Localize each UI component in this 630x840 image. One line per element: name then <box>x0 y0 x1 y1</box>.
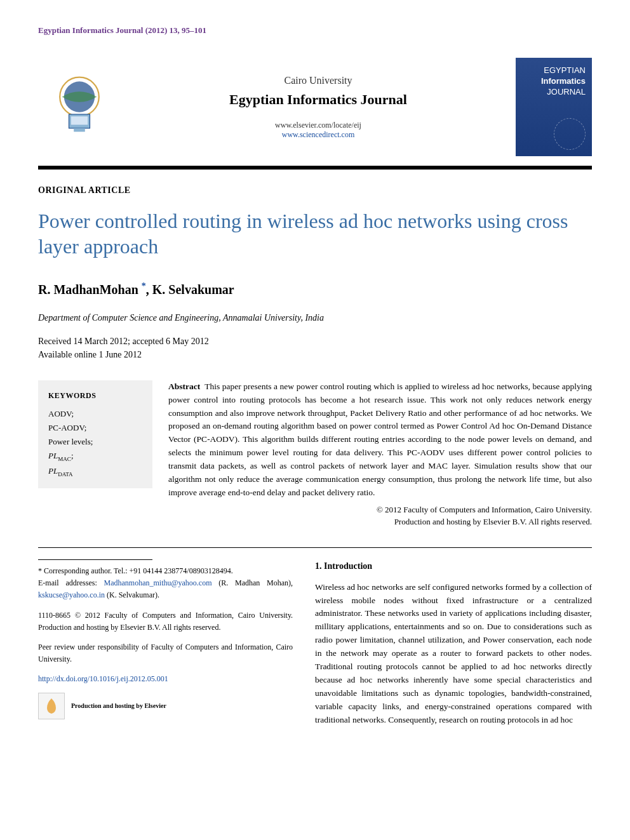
elsevier-locate-link[interactable]: www.elsevier.com/locate/eij <box>121 121 516 130</box>
author-1: R. MadhanMohan <box>38 283 138 297</box>
email-link-1[interactable]: Madhanmohan_mithu@yahoo.com <box>104 578 211 587</box>
email-link-2[interactable]: kskucse@yahoo.co.in <box>38 590 105 599</box>
authors: R. MadhanMohan *, K. Selvakumar <box>38 281 592 297</box>
keywords-title: KEYWORDS <box>48 389 142 402</box>
citation-header: Egyptian Informatics Journal (2012) 13, … <box>38 25 592 36</box>
keyword-item: PC-AODV; <box>48 421 142 435</box>
copyright: © 2012 Faculty of Computers and Informat… <box>168 503 592 528</box>
abstract-body: Abstract This paper presents a new power… <box>168 380 592 528</box>
university-logo <box>38 66 121 149</box>
article-title: Power controlled routing in wireless ad … <box>38 208 592 259</box>
cover-line1: EGYPTIAN <box>522 65 586 76</box>
section-divider <box>38 547 592 548</box>
article-type: ORIGINAL ARTICLE <box>38 185 592 196</box>
corresponding-author-footnote: * Corresponding author. Tel.: +91 04144 … <box>38 565 293 602</box>
cover-ornament <box>554 118 586 150</box>
journal-header: Cairo University Egyptian Informatics Jo… <box>121 75 516 140</box>
introduction-column: 1. Introduction Wireless ad hoc networks… <box>315 559 592 727</box>
keyword-item: PLMAC; <box>48 449 142 464</box>
journal-links: www.elsevier.com/locate/eij www.scienced… <box>121 121 516 140</box>
sciencedirect-link[interactable]: www.sciencedirect.com <box>121 130 516 140</box>
affiliation: Department of Computer Science and Engin… <box>38 313 592 323</box>
corresponding-mark: * <box>142 281 146 291</box>
cover-line3: JOURNAL <box>522 87 586 98</box>
abstract-label: Abstract <box>168 382 200 391</box>
keyword-item: PLDATA <box>48 464 142 479</box>
svg-rect-4 <box>74 128 85 132</box>
production-hosting: Production and hosting by Elsevier <box>38 693 293 719</box>
keyword-item: Power levels; <box>48 435 142 449</box>
issn-copyright: 1110-8665 © 2012 Faculty of Computers an… <box>38 610 293 634</box>
footnote-rule <box>38 559 152 560</box>
intro-heading: 1. Introduction <box>315 559 592 573</box>
peer-review-note: Peer review under responsibility of Facu… <box>38 641 293 665</box>
two-column-body: * Corresponding author. Tel.: +91 04144 … <box>38 559 592 727</box>
journal-name: Egyptian Informatics Journal <box>121 91 516 108</box>
abstract-section: KEYWORDS AODV; PC-AODV; Power levels; PL… <box>38 380 592 528</box>
elsevier-logo-icon <box>38 693 65 719</box>
keyword-item: AODV; <box>48 407 142 421</box>
journal-cover: EGYPTIAN Informatics JOURNAL <box>516 58 592 156</box>
keywords-box: KEYWORDS AODV; PC-AODV; Power levels; PL… <box>38 380 152 489</box>
dates-received-accepted: Received 14 March 2012; accepted 6 May 2… <box>38 335 592 348</box>
doi-link[interactable]: http://dx.doi.org/10.1016/j.eij.2012.05.… <box>38 674 168 683</box>
article-dates: Received 14 March 2012; accepted 6 May 2… <box>38 335 592 361</box>
production-hosting-text: Production and hosting by Elsevier <box>71 701 166 711</box>
intro-text: Wireless ad hoc networks are self config… <box>315 581 592 727</box>
copyright-line2: Production and hosting by Elsevier B.V. … <box>168 516 592 528</box>
svg-rect-3 <box>71 116 88 124</box>
author-2: K. Selvakumar <box>152 283 234 297</box>
masthead: Cairo University Egyptian Informatics Jo… <box>38 48 592 170</box>
abstract-text: This paper presents a new power control … <box>168 382 592 497</box>
cover-line2: Informatics <box>522 76 586 87</box>
copyright-line1: © 2012 Faculty of Computers and Informat… <box>168 503 592 516</box>
dates-online: Available online 1 June 2012 <box>38 348 592 361</box>
author-separator: , <box>146 283 152 297</box>
university-name: Cairo University <box>121 75 516 86</box>
footnotes-column: * Corresponding author. Tel.: +91 04144 … <box>38 559 293 727</box>
